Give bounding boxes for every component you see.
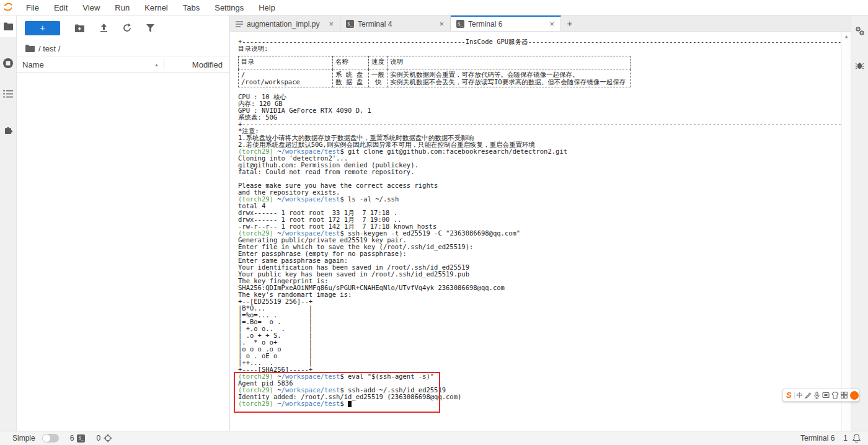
terminal-icon[interactable]: $_ — [77, 434, 85, 443]
terminal-line: | +.o o.. . | — [238, 325, 841, 332]
gpu-table-cell: 一般 快 — [369, 69, 388, 87]
toolbox-grid-icon[interactable] — [841, 392, 848, 399]
bell-icon[interactable] — [852, 434, 861, 443]
refresh-icon — [123, 24, 131, 32]
tab-terminal-4[interactable]: $_Terminal 4× — [340, 15, 451, 31]
right-activity-bar — [851, 15, 868, 431]
gpu-table-header: 说明 — [388, 56, 631, 69]
file-icon — [236, 21, 243, 27]
active-context-label: Terminal 6 — [800, 434, 835, 443]
terminal-line: 目录说明: — [238, 45, 841, 52]
sogou-logo-icon[interactable]: S — [786, 390, 792, 400]
refresh-button[interactable] — [123, 24, 131, 32]
menu-item-run[interactable]: Run — [107, 0, 137, 15]
terminal-line: |B*O... | — [238, 305, 841, 312]
terminal-line: (torch29) ~/workspace/test$ — [238, 400, 841, 407]
close-icon[interactable]: × — [438, 19, 445, 29]
sidebar-item-extension-manager[interactable] — [0, 118, 16, 141]
close-icon[interactable]: × — [548, 19, 556, 29]
terminal-line: GPU : NVIDIA GeForce RTX 4090 D, 1 — [238, 107, 841, 114]
gpu-table-cell: 系 统 盘数 据 盘 — [333, 69, 369, 87]
kernel-icon[interactable] — [104, 434, 112, 443]
terminal-output: +---------------------------------------… — [238, 38, 841, 431]
terminal-line: The key's randomart image is: — [238, 291, 841, 298]
terminal-line: +---------------------------------------… — [238, 38, 841, 45]
kernels-count: 0 — [96, 434, 100, 443]
menu-item-kernel[interactable]: Kernel — [137, 0, 175, 15]
menu-bar: FileEditViewRunKernelTabsSettingsHelp — [0, 0, 868, 15]
menu-item-edit[interactable]: Edit — [46, 0, 75, 15]
simple-mode-label: Simple — [12, 434, 35, 443]
terminal-line: (torch29) ~/workspace/test$ ls -al ~/.ss… — [238, 196, 841, 203]
terminal-panel[interactable]: +---------------------------------------… — [230, 32, 851, 431]
terminal-line: | .o + + S. | — [238, 332, 841, 339]
terminal-line: (torch29) ~/workspace/test$ eval "$(ssh-… — [238, 373, 841, 380]
menu-item-tabs[interactable]: Tabs — [175, 0, 207, 15]
sogou-badge-icon[interactable] — [850, 391, 859, 400]
left-activity-bar — [0, 15, 17, 431]
terminal-line: |=%o=... . | — [238, 312, 841, 319]
tab-augmentation-impl-py[interactable]: augmentation_impl.py× — [230, 15, 340, 31]
terminal-line: +---------------------------------------… — [238, 121, 841, 128]
jupyterlab-window: FileEditViewRunKernelTabsSettingsHelp — [0, 0, 868, 445]
inscode-logo-icon — [2, 2, 14, 13]
new-launcher-button[interactable]: + — [25, 21, 60, 35]
folder-icon — [4, 22, 13, 30]
tab-label: Terminal 6 — [468, 20, 548, 29]
tab-terminal-6[interactable]: $_Terminal 6× — [451, 15, 561, 31]
notifications-count: 1 — [843, 434, 848, 443]
terminal-line: | o . oE o | — [238, 353, 841, 359]
scroll-up-arrow-icon[interactable]: ▲ — [845, 34, 848, 431]
file-list-header: Name ▲ Modified — [17, 56, 229, 73]
pen-icon[interactable] — [805, 392, 812, 399]
terminals-count: 6 — [70, 434, 74, 443]
upload-button[interactable] — [100, 24, 108, 32]
puzzle-icon — [4, 125, 13, 134]
new-tab-button[interactable]: + — [561, 15, 578, 31]
main-area: augmentation_impl.py×$_Terminal 4×$_Term… — [230, 15, 851, 431]
sidebar-item-file-browser[interactable] — [0, 15, 16, 37]
close-icon[interactable]: × — [327, 19, 335, 29]
gpu-table-cell: //root/workspace — [239, 69, 333, 87]
terminal-icon: $_ — [346, 20, 354, 28]
upload-icon — [100, 24, 108, 32]
microphone-icon[interactable] — [813, 392, 820, 399]
file-browser-toolbar: + — [17, 15, 229, 40]
running-sessions-icon — [2, 58, 14, 69]
breadcrumb[interactable]: / test / — [17, 40, 229, 56]
menu-item-file[interactable]: File — [19, 0, 46, 15]
sidebar-item-running-sessions[interactable] — [0, 51, 16, 76]
terminal-output-top: +---------------------------------------… — [238, 38, 841, 52]
sidebar-item-debugger[interactable] — [851, 54, 868, 77]
screenshot-icon[interactable] — [822, 392, 830, 399]
gpu-info-table: 目录名称速度说明 //root/workspace系 统 盘数 据 盘一般 快实… — [238, 56, 631, 87]
filter-button[interactable] — [146, 24, 154, 32]
column-header-modified[interactable]: Modified — [164, 60, 229, 69]
column-header-name[interactable]: Name ▲ — [17, 60, 164, 69]
gpu-table-header: 速度 — [369, 56, 388, 69]
sidebar-item-table-of-contents[interactable] — [0, 83, 16, 105]
terminal-line: fatal: Could not read from remote reposi… — [238, 169, 841, 175]
terminal-output-main: CPU : 10 核心内存: 120 GBGPU : NVIDIA GeForc… — [238, 94, 841, 407]
sidebar-item-property-inspector[interactable] — [851, 19, 868, 43]
terminal-scrollbar[interactable]: ▲ — [841, 32, 851, 431]
menu-item-settings[interactable]: Settings — [207, 0, 251, 15]
new-folder-button[interactable] — [75, 24, 85, 32]
tab-bar: augmentation_impl.py×$_Terminal 4×$_Term… — [230, 15, 851, 32]
skin-shirt-icon[interactable] — [831, 392, 839, 399]
gpu-table-row: //root/workspace系 统 盘数 据 盘一般 快实例关机数据则会重置… — [239, 69, 631, 87]
status-bar: Simple 6 $_ 0 Terminal 6 1 — [0, 431, 868, 445]
sogou-ime-toolbar[interactable]: S 中 — [782, 389, 859, 402]
menu-item-help[interactable]: Help — [251, 0, 283, 15]
simple-mode-toggle[interactable] — [42, 434, 59, 443]
terminal-icon: $_ — [456, 20, 464, 28]
folder-icon — [25, 45, 35, 52]
terminal-line: |=.Bo= o . | — [238, 319, 841, 325]
gpu-table-header: 目录 — [239, 56, 333, 69]
tab-label: Terminal 4 — [358, 20, 438, 29]
breadcrumb-path[interactable]: / test / — [38, 44, 60, 53]
new-folder-icon — [75, 24, 85, 32]
menu-item-view[interactable]: View — [75, 0, 107, 15]
chinese-mode-icon[interactable]: 中 — [797, 391, 803, 400]
file-browser-panel: + / test / Name — [17, 15, 230, 431]
